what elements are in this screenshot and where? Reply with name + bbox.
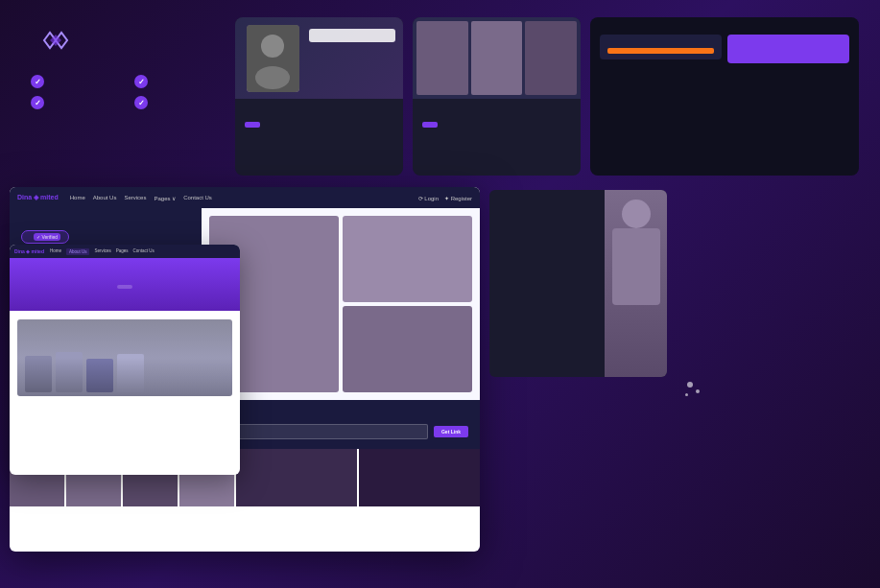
nav-login: ⟳ Login [418, 195, 439, 201]
check-icon-2 [31, 96, 44, 109]
nav-home: Home [70, 195, 85, 201]
want-to-person-image [605, 190, 667, 377]
nav-about: About Us [93, 195, 117, 201]
mini-nav-about: About Us [66, 248, 90, 255]
card-create-content [235, 99, 403, 139]
card-open-design [590, 17, 859, 176]
hero-badge: ✓ Verified [21, 230, 69, 244]
eff-img-2 [471, 21, 523, 95]
preview-nav-items: Home About Us Services Pages ∨ Contact U… [70, 195, 407, 201]
mini-about-team-image [17, 319, 232, 396]
pricing-beginner-btn[interactable] [607, 48, 714, 54]
mini-nav-items: Home About Us Services Pages Contact Us [50, 248, 155, 255]
check-icon-3 [134, 96, 148, 109]
mini-nav: Dina ◈ mited Home About Us Services Page… [10, 245, 240, 258]
preview-nav: Dina ◈ mited Home About Us Services Page… [10, 187, 480, 208]
strip-img-adsense2 [359, 449, 480, 506]
check-icon-0 [31, 75, 44, 88]
mini-nav-contact: Contact Us [133, 248, 155, 255]
dot-1 [687, 382, 693, 388]
feature-item-2 [31, 96, 119, 109]
pricing-card-beginner [600, 35, 722, 59]
logo-icon [38, 27, 73, 54]
dot-2 [696, 389, 700, 393]
card-create-search-bar [309, 29, 395, 42]
mini-about-relationship [10, 311, 240, 402]
card-create [235, 17, 403, 176]
main-container: e [0, 0, 880, 588]
nav-services: Services [124, 195, 146, 201]
hero-img-3 [343, 306, 472, 392]
mini-nav-services: Services [94, 248, 110, 255]
preview-nav-btns: ⟳ Login ✦ Register [418, 195, 472, 201]
mini-about-hero [10, 258, 240, 311]
card-create-image [235, 17, 403, 99]
card-create-btn[interactable] [245, 122, 260, 128]
logo-area [31, 27, 223, 54]
hero-badge-verified: ✓ Verified [34, 233, 60, 241]
check-icon-1 [134, 75, 148, 88]
mini-nav-logo: Dina ◈ mited [14, 248, 44, 254]
card-effectiveness [413, 17, 581, 176]
mini-nav-pages: Pages [116, 248, 129, 255]
card-want-to [489, 190, 667, 377]
feature-item-1 [134, 75, 223, 88]
feel-free-preview-btn[interactable]: Get Link [434, 426, 468, 437]
strip-img-adsense [236, 449, 357, 506]
mini-nav-home: Home [50, 248, 61, 255]
preview-nav-logo: Dina ◈ mited [17, 194, 59, 201]
nav-pages: Pages ∨ [154, 195, 176, 201]
card-effectiveness-images [413, 17, 581, 99]
feature-item-0 [31, 75, 119, 88]
eff-img-3 [525, 21, 577, 95]
features-list [31, 75, 223, 109]
card-create-person [247, 25, 299, 92]
preview-hero-right [202, 208, 480, 400]
mini-about-btn[interactable] [117, 285, 132, 289]
hero-img-2 [343, 216, 472, 302]
dot-3 [685, 393, 688, 396]
mini-preview-about: Dina ◈ mited Home About Us Services Page… [10, 245, 240, 475]
pricing-card-essential [727, 35, 849, 63]
eff-img-1 [416, 21, 468, 95]
nav-contact: Contact Us [183, 195, 212, 201]
left-panel [31, 27, 223, 109]
card-effectiveness-btn[interactable] [422, 122, 438, 128]
feature-item-3 [134, 96, 223, 109]
card-effectiveness-content [413, 99, 581, 139]
nav-register: ✦ Register [444, 195, 472, 201]
